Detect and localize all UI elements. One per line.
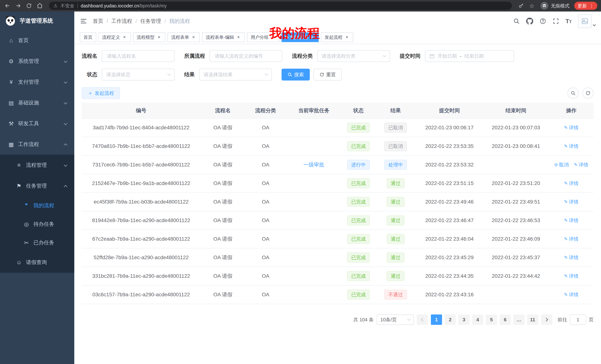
cell-end-time: 2022-01-23 00:08:41: [483, 137, 549, 155]
detail-link[interactable]: ✎详情: [564, 143, 579, 150]
key-icon[interactable]: [517, 2, 525, 10]
sidebar-item-dev-tools[interactable]: ⚒研发工具: [0, 113, 74, 134]
update-button[interactable]: 更新 ⋮: [574, 2, 597, 10]
sidebar-item-my-process[interactable]: ❞我的流程: [0, 196, 74, 215]
page-size-select[interactable]: 10条/页: [377, 315, 414, 325]
cancel-link[interactable]: ⊘取消: [554, 162, 569, 168]
monitor-icon: ▤: [8, 100, 14, 106]
detail-link[interactable]: ✎详情: [564, 217, 579, 224]
close-icon[interactable]: ×: [270, 35, 276, 40]
browser-home-icon[interactable]: [36, 2, 43, 10]
reset-button[interactable]: 重置: [313, 69, 342, 80]
sidebar-item-todo-tasks[interactable]: ◎待办任务: [0, 215, 74, 233]
create-process-button[interactable]: ＋ 发起流程: [82, 87, 120, 99]
status-select[interactable]: 请选择状态: [102, 69, 175, 80]
sidebar-item-process-management[interactable]: ≡流程管理: [0, 155, 74, 175]
sidebar-item-infrastructure[interactable]: ▤基础设施: [0, 92, 74, 113]
page-button[interactable]: 6: [500, 315, 511, 325]
tab-流程定义[interactable]: 流程定义×: [99, 32, 131, 42]
detail-link[interactable]: ✎详情: [564, 125, 579, 131]
detail-link[interactable]: ✎详情: [564, 236, 579, 242]
sidebar-item-payment-management[interactable]: ¥支付管理: [0, 72, 74, 92]
cell-category: OA: [245, 155, 286, 174]
detail-link[interactable]: ✎详情: [564, 291, 579, 298]
cell-id: 7470a810-7b9b-11ec-b5b7-acde48001122: [82, 137, 200, 155]
submit-time-range-picker[interactable]: 开始日期 - 结束日期: [425, 50, 514, 62]
breadcrumb-item[interactable]: 首页: [93, 18, 103, 25]
breadcrumb-item[interactable]: 任务管理: [140, 18, 161, 25]
page-button[interactable]: 2: [445, 315, 456, 325]
tab-发起流程[interactable]: 发起流程×: [321, 32, 353, 42]
pagination-more-button[interactable]: …: [513, 315, 524, 325]
detail-link[interactable]: ✎详情: [574, 162, 588, 168]
show-search-toggle-button[interactable]: [568, 87, 579, 99]
detail-link[interactable]: ✎详情: [564, 273, 579, 279]
result-badge: 通过: [387, 252, 404, 262]
refresh-table-button[interactable]: [582, 87, 594, 99]
close-icon[interactable]: ×: [310, 35, 315, 40]
sidebar-item-task-management[interactable]: ⚑任务管理: [0, 175, 74, 196]
address-bar[interactable]: ⚠ 不安全 dashboard.yudao.iocoder.cn/bpm/tas…: [49, 2, 512, 10]
tab-首页[interactable]: 首页: [80, 32, 96, 42]
prev-page-button[interactable]: [417, 315, 428, 325]
browser-menu-icon[interactable]: ⋮: [589, 3, 594, 9]
tab-流程模型[interactable]: 流程模型×: [133, 32, 165, 42]
breadcrumb-separator: /: [136, 18, 137, 24]
tab-流程表单-编辑[interactable]: 流程表单-编辑×: [202, 32, 245, 42]
fullscreen-icon[interactable]: [552, 18, 559, 25]
tab-我的流程[interactable]: 我的流程×: [281, 32, 319, 42]
cell-process-name: OA 请假: [200, 248, 245, 267]
sidebar-item-done-tasks[interactable]: ✂已办任务: [0, 233, 74, 252]
process-name-input[interactable]: [102, 50, 175, 62]
tab-流程表单[interactable]: 流程表单×: [168, 32, 200, 42]
sidebar-item-workflow[interactable]: ▦工作流程: [0, 134, 74, 155]
page-button[interactable]: 1: [431, 315, 442, 325]
search-icon[interactable]: [513, 18, 520, 25]
close-icon[interactable]: ×: [344, 35, 350, 40]
process-definition-input[interactable]: [210, 50, 282, 62]
close-icon[interactable]: ×: [156, 35, 161, 40]
search-button[interactable]: 搜索: [281, 69, 310, 80]
github-icon[interactable]: [526, 18, 533, 25]
tab-用户分组[interactable]: 用户分组×: [247, 32, 279, 42]
detail-link[interactable]: ✎详情: [564, 254, 579, 261]
bookmark-star-icon[interactable]: ☆: [528, 2, 536, 10]
close-icon[interactable]: ×: [236, 35, 241, 40]
result-select[interactable]: 请选择流结果: [199, 69, 272, 80]
sidebar-item-leave-query[interactable]: ☺请假查询: [0, 252, 74, 273]
category-select[interactable]: 请选择流程分类: [317, 50, 390, 62]
sidebar-item-home[interactable]: ⌂首页: [0, 30, 74, 51]
cell-process-name: OA 请假: [200, 267, 245, 285]
detail-link[interactable]: ✎详情: [564, 199, 579, 205]
cell-id: 03c6c157-7b9a-11ec-a290-acde48001122: [82, 285, 200, 304]
page-button[interactable]: 5: [486, 315, 497, 325]
forward-icon[interactable]: [14, 2, 22, 10]
collapse-sidebar-icon[interactable]: [80, 18, 87, 25]
reload-icon[interactable]: [25, 2, 33, 10]
result-label: 结果: [184, 71, 195, 78]
cell-id: 3ad174fb-7b9d-11ec-8404-acde48001122: [82, 118, 200, 137]
tags-view: 首页流程定义×流程模型×流程表单×流程表单-编辑×用户分组×我的流程×发起流程×: [74, 31, 601, 44]
user-avatar[interactable]: [578, 14, 595, 28]
close-icon[interactable]: ×: [191, 35, 196, 40]
page-button[interactable]: 3: [458, 315, 470, 325]
breadcrumb-item[interactable]: 工作流程: [111, 18, 132, 25]
detail-link[interactable]: ✎详情: [564, 180, 579, 187]
cell-actions: ⊘取消✎详情: [549, 155, 594, 174]
goto-page-input[interactable]: [570, 315, 586, 325]
current-task-link[interactable]: 一级审批: [303, 162, 324, 168]
help-icon[interactable]: [540, 18, 546, 25]
sidebar-item-system-management[interactable]: ⚙系统管理: [0, 51, 74, 72]
browser-toolbar: ⚠ 不安全 dashboard.yudao.iocoder.cn/bpm/tas…: [0, 0, 601, 11]
back-icon[interactable]: [4, 2, 11, 10]
page-button[interactable]: 4: [472, 315, 483, 325]
cell-category: OA: [245, 192, 286, 211]
app-logo[interactable]: 芋道管理系统: [0, 11, 74, 30]
cell-id: 331bc281-7b9a-11ec-a290-acde48001122: [82, 267, 200, 285]
cell-category: OA: [245, 248, 286, 267]
page-button[interactable]: 11: [527, 315, 538, 325]
next-page-button[interactable]: [541, 315, 552, 325]
close-icon[interactable]: ×: [122, 35, 127, 40]
font-size-icon[interactable]: TT: [566, 18, 572, 25]
cell-result: 通过: [375, 211, 416, 230]
